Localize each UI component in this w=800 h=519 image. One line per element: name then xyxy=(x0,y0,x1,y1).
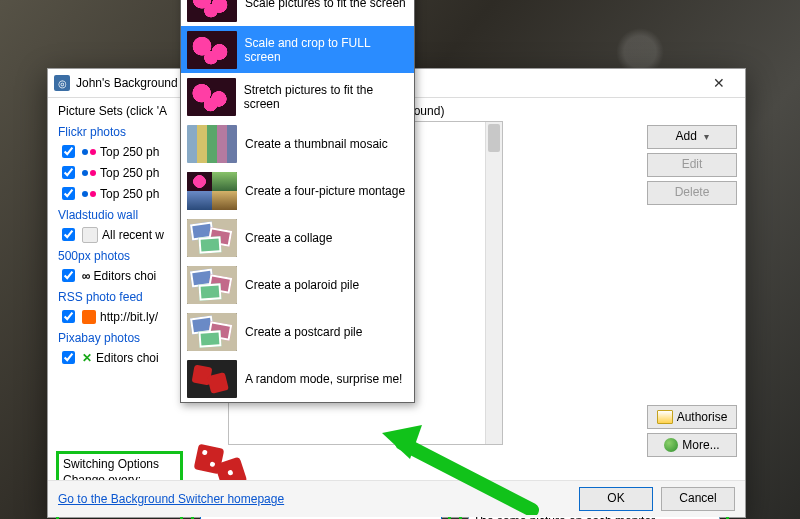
cancel-button[interactable]: Cancel xyxy=(661,487,735,511)
dropdown-item-label: Create a thumbnail mosaic xyxy=(245,137,388,151)
tree-label: Editors choi xyxy=(96,351,159,365)
close-button[interactable]: ✕ xyxy=(699,73,739,93)
tree-label: Top 250 ph xyxy=(100,145,159,159)
dropdown-item[interactable]: Scale and crop to FULL screen xyxy=(181,26,414,73)
mode-thumb xyxy=(187,125,237,163)
delete-button[interactable]: Delete xyxy=(647,181,737,205)
flickr-icon xyxy=(82,170,96,176)
scrollbar[interactable] xyxy=(485,122,502,444)
flickr-icon xyxy=(82,191,96,197)
right-button-column: Add ▾ Edit Delete Authorise More... xyxy=(647,125,737,457)
dropdown-item[interactable]: Create a polaroid pile xyxy=(181,261,414,308)
vladstudio-icon xyxy=(82,227,98,243)
checkbox[interactable] xyxy=(62,187,75,200)
key-icon xyxy=(657,410,673,424)
dropdown-item[interactable]: Create a four-picture montage xyxy=(181,167,414,214)
checkbox[interactable] xyxy=(62,228,75,241)
mode-thumb xyxy=(187,360,237,398)
mode-thumb xyxy=(187,78,236,116)
mode-thumb xyxy=(187,172,237,210)
dropdown-item-label: A random mode, surprise me! xyxy=(245,372,402,386)
dropdown-item[interactable]: Create a postcard pile xyxy=(181,308,414,355)
more-label: More... xyxy=(682,435,719,455)
dropdown-item[interactable]: Create a thumbnail mosaic xyxy=(181,120,414,167)
checkbox[interactable] xyxy=(62,310,75,323)
dropdown-item[interactable]: A random mode, surprise me! xyxy=(181,355,414,402)
mode-thumb xyxy=(187,313,237,351)
more-button[interactable]: More... xyxy=(647,433,737,457)
tree-label: Editors choi xyxy=(94,269,157,283)
dropdown-item-label: Create a four-picture montage xyxy=(245,184,405,198)
add-button[interactable]: Add ▾ xyxy=(647,125,737,149)
chevron-down-icon: ▾ xyxy=(704,131,709,142)
more-icon xyxy=(664,438,678,452)
dropdown-item[interactable]: Stretch pictures to fit the screen xyxy=(181,73,414,120)
dropdown-item-label: Scale pictures to fit the screen xyxy=(245,0,406,10)
scrollbar-thumb[interactable] xyxy=(488,124,500,152)
switching-title: Switching Options xyxy=(63,457,176,471)
checkbox[interactable] xyxy=(62,166,75,179)
dropdown-item[interactable]: Scale pictures to fit the screen xyxy=(181,0,414,26)
flickr-icon xyxy=(82,149,96,155)
dropdown-item-label: Scale and crop to FULL screen xyxy=(245,36,408,64)
checkbox[interactable] xyxy=(62,351,75,364)
mode-thumb xyxy=(187,219,237,257)
tree-label: Top 250 ph xyxy=(100,187,159,201)
add-label: Add xyxy=(675,129,696,143)
dropdown-item-label: Create a polaroid pile xyxy=(245,278,359,292)
authorise-label: Authorise xyxy=(677,407,728,427)
checkbox[interactable] xyxy=(62,145,75,158)
rss-icon xyxy=(82,310,96,324)
500px-icon: ∞ xyxy=(82,269,90,283)
pixabay-icon: ✕ xyxy=(82,351,92,365)
tree-label: All recent w xyxy=(102,228,164,242)
homepage-link[interactable]: Go to the Background Switcher homepage xyxy=(58,492,284,506)
edit-button[interactable]: Edit xyxy=(647,153,737,177)
tree-label: http://bit.ly/ xyxy=(100,310,158,324)
authorise-button[interactable]: Authorise xyxy=(647,405,737,429)
dropdown-item-label: Create a collage xyxy=(245,231,332,245)
app-icon: ◎ xyxy=(54,75,70,91)
dropdown-item-label: Stretch pictures to fit the screen xyxy=(244,83,408,111)
picture-mode-dropdown[interactable]: Centre pictures on the screenScale pictu… xyxy=(180,0,415,403)
mode-thumb xyxy=(187,0,237,22)
dropdown-item[interactable]: Create a collage xyxy=(181,214,414,261)
checkbox[interactable] xyxy=(62,269,75,282)
tree-label: Top 250 ph xyxy=(100,166,159,180)
ok-button[interactable]: OK xyxy=(579,487,653,511)
dropdown-item-label: Create a postcard pile xyxy=(245,325,362,339)
dialog-footer: Go to the Background Switcher homepage O… xyxy=(48,480,745,517)
mode-thumb xyxy=(187,266,237,304)
header-left: Picture Sets (click 'A xyxy=(58,104,166,118)
mode-thumb xyxy=(187,31,237,69)
